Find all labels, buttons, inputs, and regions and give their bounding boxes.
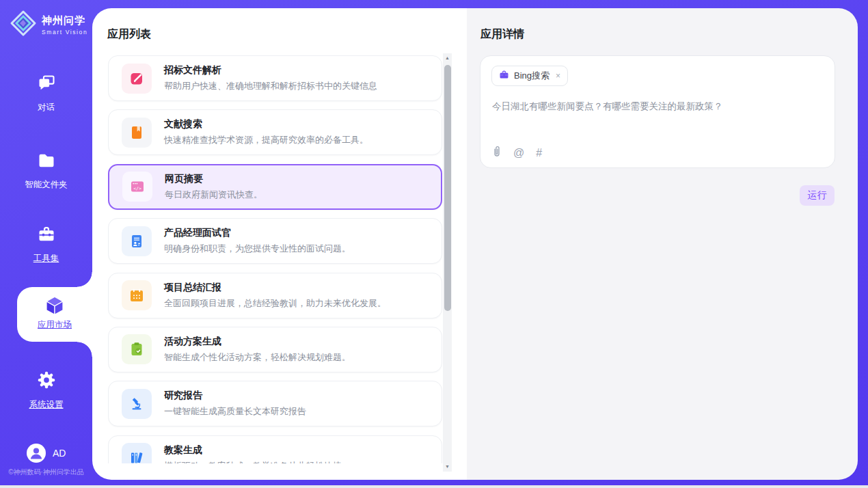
toolbox-icon xyxy=(0,225,92,247)
app-window: 神州问学 Smart Vision 对话 智能文件夹 xyxy=(0,0,868,488)
composer-toolbar: @ # xyxy=(492,145,542,161)
app-card-title: 文献搜索 xyxy=(164,118,368,131)
person-icon xyxy=(27,444,46,463)
sidebar-item-toolset[interactable]: 工具集 xyxy=(0,225,92,265)
app-card-literature-search[interactable]: 文献搜索 快速精准查找学术资源，提高研究效率的必备工具。 xyxy=(108,109,442,155)
app-card-web-summary[interactable]: </> 网页摘要 每日政府新闻资讯快查。 xyxy=(108,164,442,210)
brand-subtitle: Smart Vision xyxy=(42,29,87,36)
tool-tag-bing-search[interactable]: Bing搜索 × xyxy=(491,66,568,86)
sidebar-item-label: 应用市场 xyxy=(17,319,92,331)
app-card-tender-parse[interactable]: 招标文件解析 帮助用户快速、准确地理解和解析招标书中的关键信息 xyxy=(108,55,442,101)
web-window-icon: </> xyxy=(122,172,152,202)
app-card-title: 网页摘要 xyxy=(165,173,262,185)
app-card-desc: 模板驱动，教案秒成，教学准备从此轻松快捷 xyxy=(164,460,342,463)
app-card-desc: 快速精准查找学术资源，提高研究效率的必备工具。 xyxy=(164,134,368,146)
user-avatar[interactable] xyxy=(27,444,46,463)
app-card-desc: 智能生成个性化活动方案，轻松解决规划难题。 xyxy=(164,351,351,364)
app-card-title: 教案生成 xyxy=(164,444,342,457)
prompt-input-card: Bing搜索 × 今日湖北有哪些新闻要点？有哪些需要关注的最新政策？ @ # xyxy=(480,55,835,168)
app-list-panel: 应用列表 招标文件解析 帮助用户快速、准确地理解和解析招标书中的关键信息 xyxy=(92,8,467,480)
user-account[interactable]: AD xyxy=(27,444,66,463)
tender-doc-icon xyxy=(122,64,152,94)
diamond-logo-icon xyxy=(10,10,37,40)
chat-icon xyxy=(0,74,92,96)
brand-name: 神州问学 xyxy=(42,14,87,27)
tool-tag-label: Bing搜索 xyxy=(514,70,550,82)
app-card-title: 活动方案生成 xyxy=(164,336,351,348)
calendar-icon xyxy=(122,280,152,310)
gear-icon xyxy=(0,370,92,393)
app-list-title: 应用列表 xyxy=(107,27,151,42)
scroll-up-icon[interactable]: ▲ xyxy=(443,53,452,63)
sidebar-item-settings[interactable]: 系统设置 xyxy=(0,370,92,411)
microscope-icon xyxy=(122,389,152,419)
app-card-desc: 明确身份和职责，为您提供专业性的面试问题。 xyxy=(164,243,351,255)
app-detail-panel: 应用详情 Bing搜索 × 今日湖北有哪些新闻要点？有哪些需要关注的最新政策？ xyxy=(467,8,858,480)
app-list: 招标文件解析 帮助用户快速、准确地理解和解析招标书中的关键信息 文献搜索 快速精… xyxy=(108,55,442,463)
sidebar: 神州问学 Smart Vision 对话 智能文件夹 xyxy=(0,0,92,485)
app-card-desc: 一键智能生成高质量长文本研究报告 xyxy=(164,405,306,418)
question-text[interactable]: 今日湖北有哪些新闻要点？有哪些需要关注的最新政策？ xyxy=(492,100,820,113)
app-card-title: 产品经理面试官 xyxy=(164,227,351,239)
svg-text:</>: </> xyxy=(133,186,141,191)
scroll-thumb[interactable] xyxy=(444,65,451,311)
app-card-desc: 全面回顾项目进展，总结经验教训，助力未来优化发展。 xyxy=(164,297,386,310)
sidebar-item-app-market[interactable]: 应用市场 xyxy=(17,287,92,342)
cube-icon xyxy=(44,295,66,319)
sidebar-item-label: 智能文件夹 xyxy=(25,180,68,189)
sidebar-item-label: 对话 xyxy=(38,103,55,112)
app-card-project-summary[interactable]: 项目总结汇报 全面回顾项目进展，总结经验教训，助力未来优化发展。 xyxy=(108,273,442,318)
sidebar-item-label: 系统设置 xyxy=(29,400,64,409)
app-card-title: 研究报告 xyxy=(164,390,306,402)
user-name: AD xyxy=(53,448,66,459)
sidebar-item-chat[interactable]: 对话 xyxy=(0,74,92,113)
app-card-title: 招标文件解析 xyxy=(164,64,377,77)
app-card-desc: 帮助用户快速、准确地理解和解析招标书中的关键信息 xyxy=(164,80,377,92)
sidebar-item-smart-folder[interactable]: 智能文件夹 xyxy=(0,151,92,191)
copyright-text: ©神州数码·神州问学出品 xyxy=(0,467,92,477)
mention-icon[interactable]: @ xyxy=(513,147,524,159)
resume-icon xyxy=(122,226,152,256)
book-icon xyxy=(122,118,152,148)
scroll-down-icon[interactable]: ▼ xyxy=(443,462,452,472)
app-detail-title: 应用详情 xyxy=(480,27,524,42)
app-card-lesson-plan[interactable]: 教案生成 模板驱动，教案秒成，教学准备从此轻松快捷 xyxy=(108,435,442,463)
clipboard-check-icon xyxy=(122,334,152,364)
list-scrollbar[interactable]: ▲ ▼ xyxy=(443,53,452,472)
app-card-pm-interviewer[interactable]: 产品经理面试官 明确身份和职责，为您提供专业性的面试问题。 xyxy=(108,218,442,264)
folder-icon xyxy=(0,151,92,173)
app-card-title: 项目总结汇报 xyxy=(164,282,386,294)
briefcase-icon xyxy=(499,70,509,83)
hash-icon[interactable]: # xyxy=(536,147,542,159)
tag-close-icon[interactable]: × xyxy=(556,71,560,81)
run-button[interactable]: 运行 xyxy=(800,185,835,206)
books-icon xyxy=(122,443,152,463)
paperclip-icon[interactable] xyxy=(492,145,502,161)
app-card-activity-plan[interactable]: 活动方案生成 智能生成个性化活动方案，轻松解决规划难题。 xyxy=(108,327,442,372)
app-card-research-report[interactable]: 研究报告 一键智能生成高质量长文本研究报告 xyxy=(108,381,442,426)
sidebar-item-label: 工具集 xyxy=(33,254,59,263)
app-card-desc: 每日政府新闻资讯快查。 xyxy=(165,189,262,201)
brand-logo: 神州问学 Smart Vision xyxy=(10,10,87,40)
